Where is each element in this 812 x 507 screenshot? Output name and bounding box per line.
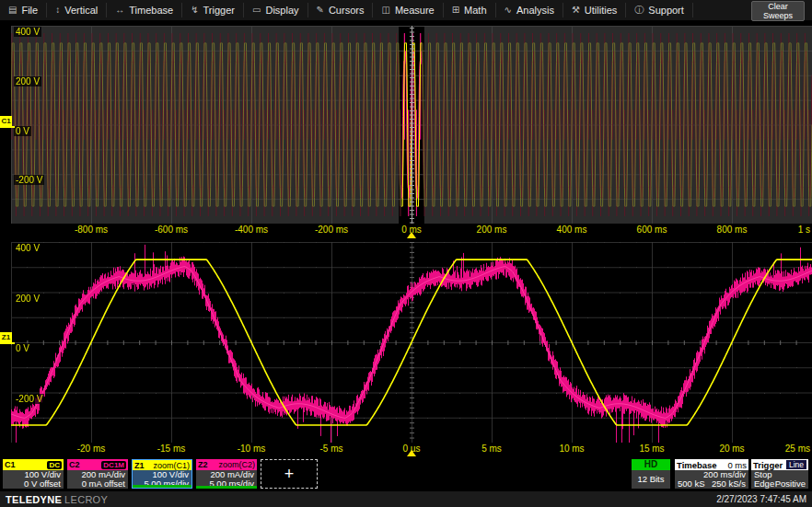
coupling-badge: DC1M [101,461,126,469]
support-icon: ⓘ [634,6,644,15]
trigger-title: Trigger [753,460,783,470]
channel-label: C1 [5,460,16,469]
menu-label: Measure [395,5,435,16]
menu-item-file[interactable]: ▤File [0,3,47,17]
menu-label: Analysis [516,5,554,16]
resolution-label: 12 Bits [632,470,670,489]
main-graticule: 400 V200 V0 V-200 V C1 -800 ms-600 ms-40… [0,21,812,238]
zoom-link-indicator [133,485,191,488]
time-tick-label: -10 ms [236,444,268,455]
utilities-icon: ⚒ [572,6,580,15]
voltage-tick-label: 400 V [14,243,41,253]
trigger-time-marker-zoom[interactable] [407,450,416,456]
sample-rate: 250 kS/s [712,479,746,489]
trigger-slope: Positive [775,479,806,489]
timebase-title: Timebase [677,460,717,470]
time-tick-label: 400 ms [555,225,589,236]
time-tick-label: -20 ms [75,444,108,455]
status-bar: TELEDYNELECROY 2/27/2023 7:47:45 AM [0,490,812,507]
menu-item-utilities[interactable]: ⚒Utilities [563,3,626,17]
menu-item-measure[interactable]: ◫Measure [373,3,443,17]
time-tick-label: -800 ms [73,225,110,236]
channel-label: C2 [69,460,80,469]
menu-label: Utilities [585,5,617,16]
voltage-tick-label: 200 V [14,76,41,86]
menu-item-timebase[interactable]: ↔Timebase [107,3,182,17]
menu-bar: ▤File ↕Vertical ↔Timebase ↯Trigger ▭Disp… [0,0,812,21]
trigger-type: Edge [754,479,774,489]
offset-value: 0 mA offset [67,479,128,489]
menu-item-analysis[interactable]: ∿Analysis [496,3,563,17]
time-tick-label: -600 ms [153,225,190,236]
time-tick-label: 1 s [796,225,812,236]
datetime-status: 2/27/2023 7:47:45 AM [716,494,806,504]
z1-zero-marker-tail [0,342,15,344]
zoom-waveform-canvas[interactable] [11,242,812,443]
menu-label: File [21,5,38,16]
time-tick-label: -400 ms [233,225,270,236]
coupling-badge: DC [47,461,62,469]
time-tick-label: -15 ms [156,444,188,455]
voltage-tick-label: 400 V [14,27,41,37]
descriptor-row: C1 DC 100 V/div 0 V offset C2 DC1M 200 m… [0,459,812,490]
menu-label: Cursors [329,5,365,16]
timebase-icon: ↔ [115,6,124,15]
descriptor-z1[interactable]: Z1 zoom(C1) 100 V/div 5.00 ms/div [132,459,192,489]
brand-product: LECROY [64,494,108,505]
z1-zero-marker[interactable]: Z1 [0,332,12,342]
time-tick-label: 20 ms [717,444,746,455]
timebase-delay: 0 ms [727,460,747,470]
voltage-tick-label: -200 V [14,394,44,404]
trigger-source-badge: Line [786,460,806,469]
zoom-source-label: zoom(C2) [218,460,255,469]
trigger-icon: ↯ [191,6,198,15]
descriptor-z2[interactable]: Z2 zoom(C2) 200 mA/div 5.00 ms/div [196,459,257,489]
hd-mode-box[interactable]: HD 12 Bits [632,459,670,489]
time-tick-label: -200 ms [313,225,350,236]
offset-value: 0 V offset [3,479,64,489]
zoom-trace-label: Z2 [198,460,208,469]
descriptor-c1[interactable]: C1 DC 100 V/div 0 V offset [3,459,64,489]
menu-label: Math [464,5,486,16]
c1-zero-marker[interactable]: C1 [0,116,12,126]
display-icon: ▭ [252,6,261,15]
brand-vendor: TELEDYNE [6,494,62,505]
c1-zero-marker-tail [0,126,15,128]
clear-sweeps-button[interactable]: Clear Sweeps [751,1,805,21]
menu-item-cursors[interactable]: ✎Cursors [308,3,374,17]
math-icon: ⊞ [452,6,459,15]
time-tick-label: 5 ms [480,444,504,455]
timebase-summary-box[interactable]: Timebase 0 ms 200 ms/div 500 kS 250 kS/s [675,459,748,489]
zoom-graticule: 400 V200 V0 V-200 V Z1 -20 ms-15 ms-10 m… [0,238,812,458]
analysis-icon: ∿ [505,6,512,15]
voltage-tick-label: 0 V [14,343,31,353]
menu-item-trigger[interactable]: ↯Trigger [182,3,244,17]
menu-item-support[interactable]: ⓘSupport [626,3,693,17]
time-tick-label: 25 ms [783,444,812,455]
trigger-time-marker-main[interactable] [407,232,416,238]
sample-count: 500 kS [678,479,705,489]
measure-icon: ◫ [381,6,389,15]
menu-item-vertical[interactable]: ↕Vertical [47,3,107,17]
plus-icon: + [284,465,295,484]
time-tick-label: 10 ms [557,444,586,455]
time-tick-label: 800 ms [715,225,749,236]
time-tick-label: -5 ms [319,444,345,455]
menu-item-math[interactable]: ⊞Math [444,3,496,17]
brand-logo: TELEDYNELECROY [6,494,108,505]
menu-label: Trigger [203,5,235,16]
menu-label: Timebase [129,5,173,16]
trigger-summary-box[interactable]: Trigger Line Stop Edge Positive [751,459,808,489]
descriptor-c2[interactable]: C2 DC1M 200 mA/div 0 mA offset [67,459,128,489]
cursors-icon: ✎ [317,6,324,15]
menu-item-display[interactable]: ▭Display [244,3,308,17]
time-tick-label: 600 ms [635,225,669,236]
menu-label: Vertical [64,5,98,16]
voltage-tick-label: 200 V [14,294,41,304]
main-waveform-canvas[interactable] [11,26,812,224]
zoom-source-label: zoom(C1) [153,461,190,470]
oscilloscope-app: ▤File ↕Vertical ↔Timebase ↯Trigger ▭Disp… [0,0,812,507]
add-trace-button[interactable]: + [261,459,318,489]
file-icon: ▤ [8,6,17,15]
voltage-tick-label: 0 V [14,126,31,136]
